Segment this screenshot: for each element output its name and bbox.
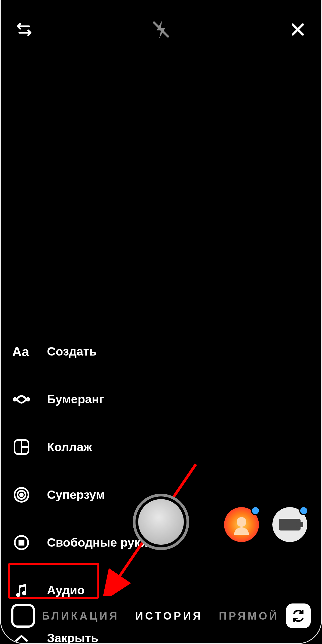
svg-point-13 [237, 517, 246, 527]
shutter-button[interactable] [133, 494, 189, 550]
create-mode-menu: Aa Создать Бумеранг Коллаж Суперзум [12, 342, 148, 644]
new-badge-dot [299, 506, 308, 515]
mode-strip: УБЛИКАЦИЯ ИСТОРИЯ ПРЯМОЙ ЭФ [0, 602, 322, 629]
menu-item-audio[interactable]: Аудио [12, 581, 148, 600]
chevron-up-icon [12, 629, 31, 644]
menu-item-boomerang[interactable]: Бумеранг [12, 390, 148, 409]
shutter-inner [138, 499, 184, 545]
new-badge-dot [251, 506, 260, 515]
text-aa-icon: Aa [12, 342, 31, 361]
infinity-icon [12, 390, 31, 409]
effect-gun[interactable] [272, 507, 307, 542]
menu-item-label: Создать [47, 345, 97, 358]
mode-publication[interactable]: УБЛИКАЦИЯ [43, 610, 119, 622]
mode-live[interactable]: ПРЯМОЙ ЭФ [219, 610, 279, 622]
svg-text:Aa: Aa [12, 344, 30, 359]
mode-story[interactable]: ИСТОРИЯ [135, 610, 203, 622]
top-bar [0, 15, 322, 44]
gun-icon [279, 519, 301, 530]
collage-icon [12, 438, 31, 456]
menu-item-label: Коллаж [47, 440, 92, 454]
flash-off-icon[interactable] [150, 19, 172, 40]
menu-item-label: Бумеранг [47, 392, 104, 406]
capture-row [0, 494, 322, 555]
gallery-button[interactable] [11, 604, 35, 628]
menu-item-close[interactable]: Закрыть [12, 629, 148, 644]
menu-item-label: Аудио [47, 583, 85, 597]
music-note-icon [12, 581, 31, 600]
menu-item-collage[interactable]: Коллаж [12, 438, 148, 456]
menu-item-label: Закрыть [47, 631, 98, 644]
swap-arrows-icon[interactable] [13, 19, 35, 40]
effect-sunburst-avatar[interactable] [224, 507, 259, 542]
camera-switch-button[interactable] [286, 603, 311, 628]
mode-labels: УБЛИКАЦИЯ ИСТОРИЯ ПРЯМОЙ ЭФ [43, 602, 279, 629]
menu-item-create[interactable]: Aa Создать [12, 342, 148, 361]
close-icon[interactable] [287, 19, 309, 40]
